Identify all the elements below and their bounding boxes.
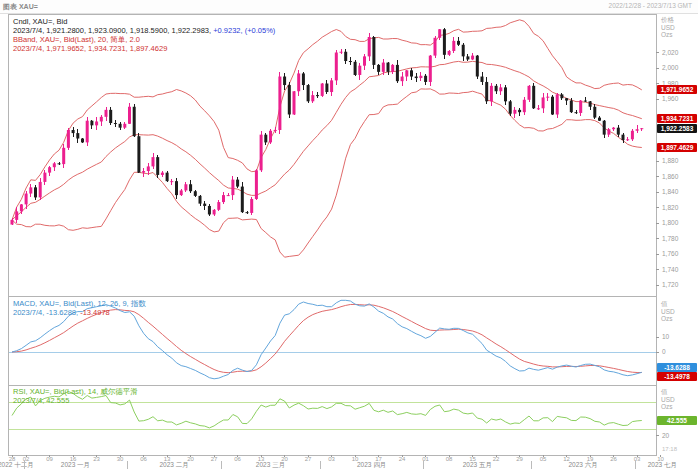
macd-legend-line1: MACD, XAU=, Bid(Last), 12, 26, 9, 指数 <box>13 299 146 308</box>
rsi-axis-header: 值 USD Ozs <box>661 388 675 411</box>
day-tick-label: 23 <box>93 456 100 462</box>
day-tick-label: 22 <box>493 456 500 462</box>
month-label: 2023 二月 <box>160 461 189 470</box>
day-tick-label: 08 <box>446 456 453 462</box>
day-tick-label: 30 <box>117 456 124 462</box>
rsi-value-badge: 42.555 <box>657 416 697 425</box>
month-separator <box>423 461 424 469</box>
axis-tick-label: 1,740 <box>662 266 678 273</box>
month-separator <box>531 461 532 469</box>
axis-tick-label: 1,820 <box>662 204 678 211</box>
rsi-legend: RSI, XAU=, Bid(Last), 14, 威尔德平滑 2023/7/4… <box>13 387 138 405</box>
day-tick-label: 06 <box>140 456 147 462</box>
axis-tick-label: 1,780 <box>662 235 678 242</box>
axis-tick-label: 1,800 <box>662 219 678 226</box>
axis-tick-label: 1,720 <box>662 281 678 288</box>
day-tick-label: 03 <box>328 456 335 462</box>
axis-tick-label: 1,960 <box>662 95 678 102</box>
bband-lower-badge: 1,897.4629 <box>657 143 697 152</box>
month-separator <box>221 461 222 469</box>
macd-signal-badge: -13.4978 <box>657 372 697 381</box>
axis-tick-label: 1,880 <box>662 157 678 164</box>
month-separator <box>320 461 321 469</box>
day-tick-label: 27 <box>305 456 312 462</box>
axis-tick-label: 20 <box>662 432 669 439</box>
candle-legend-change: +0.9232, (+0.05%) <box>213 26 275 35</box>
day-tick-label: 09 <box>46 456 53 462</box>
axis-tick-label: 2,020 <box>662 49 678 56</box>
macd-legend: MACD, XAU=, Bid(Last), 12, 26, 9, 指数 202… <box>13 299 146 317</box>
axis-tick-label: 10 <box>662 333 669 340</box>
price-pane[interactable] <box>8 14 656 296</box>
month-label: 2023 四月 <box>357 461 386 470</box>
day-tick-label: 26 <box>610 456 617 462</box>
axis-tick-label: 1,860 <box>662 173 678 180</box>
chart-window: 图表 XAU= 2022/12/28 - 2023/7/13 GMT Cndl,… <box>0 0 698 471</box>
price-axis-header: 价格 USD Ozs <box>661 16 675 39</box>
month-label: 2022 十二月 <box>0 461 34 470</box>
month-label: 2023 三月 <box>256 461 285 470</box>
axis-tick-label: 0 <box>662 348 666 355</box>
day-tick-label: 24 <box>399 456 406 462</box>
bband-legend-values: 2023/7/4, 1,971.9652, 1,934.7231, 1,897.… <box>13 44 167 53</box>
month-label: 2023 七月 <box>648 461 677 470</box>
axis-tick-label: 1,760 <box>662 250 678 257</box>
day-tick-label: 05 <box>540 456 547 462</box>
last-price-badge: 1,922.2583 <box>657 124 697 133</box>
candle-legend-line1: Cndl, XAU=, Bid <box>13 17 67 26</box>
month-separator <box>127 461 128 469</box>
bband-legend-line1: BBand, XAU=, Bid(Last), 20, 简单, 2.0 <box>13 35 140 44</box>
axis-tick-label: 2,000 <box>662 64 678 71</box>
update-time-label: 17:18 <box>662 446 677 452</box>
month-separator <box>24 461 25 469</box>
axis-tick-label: 1,840 <box>662 188 678 195</box>
day-tick-label: 06 <box>234 456 241 462</box>
macd-legend-value: 2023/7/4, -13.6288, <box>13 308 80 317</box>
month-separator <box>635 461 636 469</box>
candle-legend: Cndl, XAU=, Bid 2023/7/4, 1,921.2800, 1,… <box>13 17 275 53</box>
macd-value-badge: -13.6288 <box>657 363 697 372</box>
candle-legend-ohlc: 2023/7/4, 1,921.2800, 1,923.0900, 1,918.… <box>13 26 213 35</box>
month-label: 2023 五月 <box>463 461 492 470</box>
day-tick-label: 27 <box>211 456 218 462</box>
month-label: 2023 六月 <box>568 461 597 470</box>
bband-mid-badge: 1,934.7231 <box>657 114 697 123</box>
month-label: 2023 一月 <box>61 461 90 470</box>
rsi-legend-line1: RSI, XAU=, Bid(Last), 14, 威尔德平滑 <box>13 387 138 396</box>
macd-axis-header: 值 USD Ozs <box>661 300 675 323</box>
bband-upper-badge: 1,971.9652 <box>657 85 697 94</box>
day-tick-label: 29 <box>516 456 523 462</box>
rsi-legend-value: 2023/7/4, 42.555 <box>13 396 69 405</box>
macd-legend-signal-value: -13.4978 <box>80 308 110 317</box>
